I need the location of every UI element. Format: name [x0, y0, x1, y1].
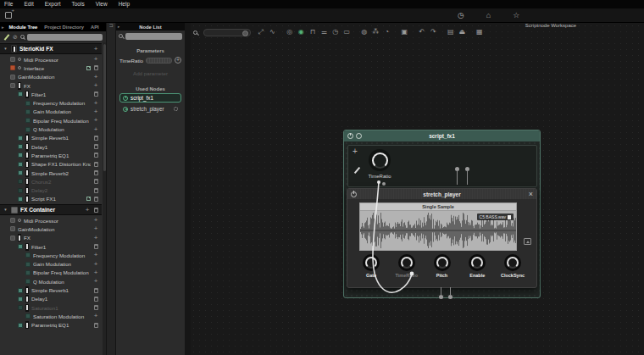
- output-pin[interactable]: [439, 295, 443, 299]
- add-button[interactable]: +: [92, 46, 99, 53]
- delete-button[interactable]: [94, 153, 98, 158]
- bypass-circle-icon[interactable]: [18, 58, 21, 61]
- tree-row[interactable]: Simple Reverb1: [0, 286, 102, 294]
- output-pin[interactable]: [448, 295, 452, 299]
- knob-enable[interactable]: Enable: [461, 254, 493, 286]
- clamp-icon[interactable]: ⊓: [307, 27, 319, 37]
- bypass-circle-icon[interactable]: ◎: [284, 27, 296, 37]
- knob-gate[interactable]: Gate: [355, 254, 387, 286]
- delete-button[interactable]: [94, 65, 98, 70]
- tree-row[interactable]: Bipolar Freq Modulation+: [0, 269, 102, 277]
- add-button[interactable]: +: [92, 56, 99, 63]
- delete-button[interactable]: [94, 197, 98, 202]
- new-window-icon[interactable]: [5, 12, 12, 19]
- tree-row[interactable]: ▼FX Container+: [0, 204, 102, 215]
- add-parameter-button[interactable]: Add parameter: [116, 70, 185, 76]
- history-icon[interactable]: ◷: [458, 10, 464, 21]
- add-button[interactable]: +: [92, 117, 99, 124]
- eject-icon[interactable]: ⏏: [457, 27, 469, 37]
- add-parameter-connection-button[interactable]: +: [175, 57, 181, 64]
- clock-icon[interactable]: ◷: [330, 27, 341, 37]
- add-button[interactable]: +: [92, 235, 99, 241]
- tab-project-directory[interactable]: Project Directory: [41, 23, 87, 31]
- knob-clocksync[interactable]: ClockSync: [497, 254, 529, 286]
- add-button[interactable]: +: [84, 207, 91, 214]
- undo-icon[interactable]: ↶: [416, 27, 428, 37]
- bypass-circle-icon[interactable]: [18, 219, 21, 222]
- menu-item-tools[interactable]: Tools: [71, 0, 84, 8]
- add-button[interactable]: +: [92, 278, 99, 285]
- delete-button[interactable]: [94, 323, 98, 328]
- tree-row[interactable]: Gain Modulation+: [0, 260, 102, 269]
- tree-row[interactable]: Script FX1: [0, 195, 102, 203]
- tree-row[interactable]: Filter1: [0, 242, 102, 251]
- delete-button[interactable]: [94, 144, 98, 149]
- panel-divider[interactable]: [185, 23, 191, 355]
- signal-icon[interactable]: ∿: [267, 27, 279, 37]
- toolbar-value-input[interactable]: [203, 29, 251, 36]
- delete-button[interactable]: [94, 179, 98, 184]
- delete-button[interactable]: [94, 288, 98, 293]
- tree-row[interactable]: Simple Reverb1: [0, 134, 102, 142]
- redo-icon[interactable]: ↷: [428, 27, 440, 37]
- add-button[interactable]: +: [92, 126, 99, 133]
- knob-dial[interactable]: [434, 254, 451, 271]
- tree-row[interactable]: Q Modulation+: [0, 277, 102, 286]
- waveform[interactable]: C5 BASS.wav: [359, 210, 517, 251]
- menu-item-file[interactable]: File: [4, 0, 13, 8]
- tree-row[interactable]: Chorus2: [0, 177, 102, 186]
- add-button[interactable]: +: [92, 225, 99, 232]
- tree-row[interactable]: FX+: [0, 234, 102, 242]
- knob-timeratio[interactable]: TimeRatio: [391, 254, 423, 286]
- input-pin[interactable]: [455, 167, 459, 171]
- fold-arrow-icon[interactable]: ▸: [118, 25, 119, 29]
- knob-pitch[interactable]: Pitch: [426, 254, 458, 286]
- node-stretch-player[interactable]: stretch_player × Single Sample C5 BASS.w…: [347, 188, 537, 288]
- script-node-header[interactable]: script_fx1: [344, 130, 540, 141]
- tree-row[interactable]: Midi Processor+: [0, 55, 102, 64]
- used-node-script_fx1[interactable]: script_fx1: [119, 93, 181, 103]
- menu-item-edit[interactable]: Edit: [24, 0, 33, 8]
- tree-row[interactable]: Shape FX1 Distortion Knob: [0, 160, 102, 169]
- tree-row[interactable]: Delay1: [0, 295, 102, 303]
- save-icon[interactable]: ▤: [445, 27, 457, 37]
- search-icon[interactable]: [193, 31, 197, 35]
- tree-row[interactable]: Parametriq EQ1: [0, 151, 102, 159]
- tree-row[interactable]: ▼SterioKid FX+: [0, 43, 102, 54]
- node-power-icon[interactable]: [123, 96, 128, 101]
- menu-item-help[interactable]: Help: [119, 0, 130, 8]
- mixer-icon[interactable]: ⚌: [319, 27, 330, 37]
- connection-dot[interactable]: [382, 182, 386, 186]
- stopwatch-icon[interactable]: ◔: [381, 27, 393, 37]
- external-link-icon[interactable]: [86, 66, 91, 70]
- fold-arrow-icon[interactable]: ▼: [3, 208, 8, 212]
- window-icon[interactable]: ▦: [474, 27, 486, 37]
- bypass-icon[interactable]: ⊘: [13, 34, 18, 41]
- tree-row[interactable]: Frequency Modulation+: [0, 98, 102, 107]
- add-button[interactable]: +: [92, 100, 99, 107]
- knob-dial[interactable]: [504, 254, 521, 271]
- tree-row[interactable]: Delay2: [0, 186, 102, 194]
- add-parameter-icon[interactable]: +: [353, 147, 358, 156]
- tree-row[interactable]: Filter1: [0, 90, 102, 98]
- edit-pencil-icon[interactable]: [4, 34, 10, 40]
- tree-row[interactable]: GainModulation+: [0, 225, 102, 233]
- menu-item-export[interactable]: Export: [45, 0, 61, 8]
- add-button[interactable]: +: [92, 82, 99, 89]
- tree-row[interactable]: Simple Reverb2: [0, 169, 102, 177]
- tree-row[interactable]: Bipolar Freq Modulation+: [0, 116, 102, 125]
- close-icon[interactable]: ×: [529, 189, 533, 199]
- delete-button[interactable]: [94, 244, 98, 249]
- delete-button[interactable]: [94, 162, 98, 167]
- tree-row[interactable]: FX+: [0, 81, 102, 90]
- tree-row[interactable]: Frequency Modulation+: [0, 251, 102, 259]
- stretch-node-header[interactable]: stretch_player ×: [347, 189, 536, 199]
- tree-row[interactable]: Midi Processor+: [0, 216, 102, 225]
- timeratio-macro-knob[interactable]: [369, 149, 391, 171]
- tab-module-tree[interactable]: Module Tree: [6, 23, 42, 31]
- fold-arrow-icon[interactable]: ▼: [3, 47, 8, 51]
- sample-file-badge[interactable]: C5 BASS.wav: [477, 214, 514, 220]
- branch-icon[interactable]: ⁂: [370, 27, 382, 37]
- favorite-icon[interactable]: ☆: [513, 10, 519, 21]
- gear-icon[interactable]: [174, 107, 178, 111]
